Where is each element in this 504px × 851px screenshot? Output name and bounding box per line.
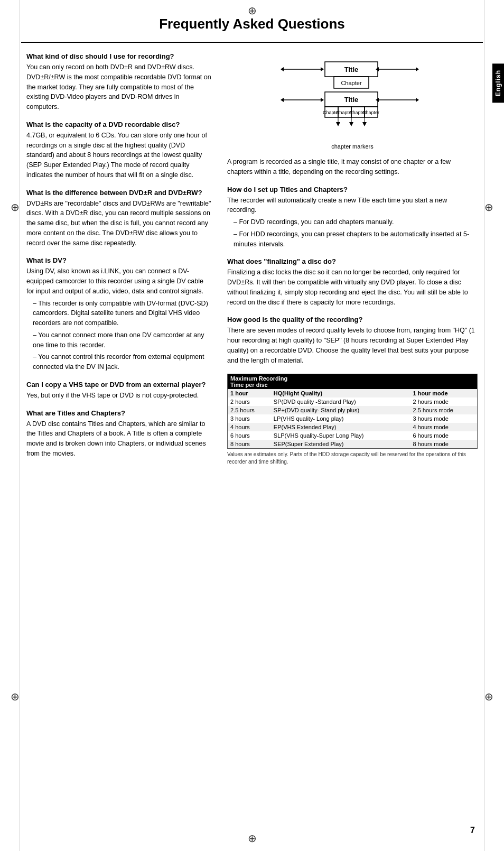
section-difference-heading: What is the difference between DVD±R and…: [26, 189, 212, 197]
svg-marker-29: [336, 122, 340, 126]
table-row: 2 hoursSP(DVD quality -Standard Play)2 h…: [228, 397, 478, 406]
page-container: ⊕ ⊕ ⊕ ⊕ ⊕ ⊕ English Frequently Asked Que…: [0, 0, 504, 851]
svg-marker-7: [416, 67, 419, 71]
section-disc-type-body: You can only record on both DVD±R and DV…: [26, 62, 212, 112]
svg-text:Title: Title: [344, 66, 359, 73]
table-cell-time: 4 hours: [228, 423, 271, 431]
chapter-markers-label: chapter markers: [331, 143, 373, 150]
program-description-body: A program is recorded as a single title,…: [227, 157, 478, 177]
table-row: 1 hourHQ(Hight Quality)1 hour mode: [228, 389, 478, 397]
svg-text:Chapter: Chapter: [362, 110, 379, 115]
table-cell-quality: SLP(VHS quality-Super Long Play): [271, 431, 410, 440]
svg-text:Chapter: Chapter: [341, 80, 361, 86]
section-titles-chapters-body: A DVD disc contains Titles and Chapters,…: [26, 419, 212, 459]
table-header: Maximum Recording Time per disc: [228, 374, 478, 390]
svg-text:Title: Title: [344, 96, 359, 104]
table-row: 8 hoursSEP(Super Extended Play)8 hours m…: [228, 440, 478, 449]
svg-marker-12: [321, 98, 324, 102]
crosshair-right-lower: ⊕: [484, 690, 493, 703]
crosshair-left-lower: ⊕: [11, 690, 20, 703]
table-cell-time: 8 hours: [228, 440, 271, 449]
table-cell-quality: SP(DVD quality -Standard Play): [271, 397, 410, 406]
left-column: What kind of disc should I use for recor…: [0, 43, 222, 477]
table-row: 2.5 hoursSP+(DVD quality- Stand ply plus…: [228, 406, 478, 414]
table-cell-mode: 8 hours mode: [410, 440, 478, 449]
section-setup-titles-heading: How do I set up Titles and Chapters?: [227, 186, 478, 193]
table-cell-quality: HQ(Hight Quality): [271, 389, 410, 397]
svg-marker-6: [376, 67, 379, 71]
table-cell-time: 2.5 hours: [228, 406, 271, 414]
table-cell-time: 1 hour: [228, 389, 271, 397]
section-program-description: A program is recorded as a single title,…: [227, 157, 478, 177]
table-cell-mode: 2 hours mode: [410, 397, 478, 406]
svg-marker-2: [321, 67, 324, 71]
section-difference: What is the difference between DVD±R and…: [26, 189, 212, 248]
table-cell-mode: 1 hour mode: [410, 389, 478, 397]
svg-marker-17: [416, 98, 419, 102]
table-cell-quality: LP(VHS quality- Long play): [271, 414, 410, 423]
section-disc-type-heading: What kind of disc should I use for recor…: [26, 52, 212, 60]
section-capacity-body: 4.7GB, or equivalent to 6 CDs. You can s…: [26, 131, 212, 180]
svg-marker-31: [362, 122, 367, 126]
section-quality: How good is the quality of the recording…: [227, 316, 478, 365]
table-cell-mode: 3 hours mode: [410, 414, 478, 423]
section-vhs-dvd: Can I copy a VHS tape or DVD from an ext…: [26, 381, 212, 401]
svg-marker-30: [349, 122, 353, 126]
table-cell-time: 6 hours: [228, 431, 271, 440]
table-row: 4 hoursEP(VHS Extended Play)4 hours mode: [228, 423, 478, 431]
table-row: 3 hoursLP(VHS quality- Long play)3 hours…: [228, 414, 478, 423]
table-cell-time: 2 hours: [228, 397, 271, 406]
section-vhs-dvd-body: Yes, but only if the VHS tape or DVD is …: [26, 391, 212, 401]
chapter-diagram: Title Chapter Title: [278, 58, 426, 142]
table-cell-quality: SEP(Super Extended Play): [271, 440, 410, 449]
section-setup-titles-body: The recorder will automatically create a…: [227, 196, 478, 249]
table-cell-mode: 4 hours mode: [410, 423, 478, 431]
section-disc-type: What kind of disc should I use for recor…: [26, 52, 212, 112]
section-finalizing: What does "finalizing" a disc do? Finali…: [227, 257, 478, 307]
section-titles-chapters: What are Titles and Chapters? A DVD disc…: [26, 409, 212, 459]
table-cell-time: 3 hours: [228, 414, 271, 423]
table-cell-mode: 6 hours mode: [410, 431, 478, 440]
section-finalizing-body: Finalizing a disc locks the disc so it c…: [227, 267, 478, 307]
section-dv: What is DV? Using DV, also known as i.LI…: [26, 256, 212, 372]
section-finalizing-heading: What does "finalizing" a disc do?: [227, 257, 478, 265]
recording-table: Maximum Recording Time per disc 1 hourHQ…: [227, 374, 478, 449]
svg-marker-1: [281, 67, 284, 71]
table-cell-quality: EP(VHS Extended Play): [271, 423, 410, 431]
crosshair-bottom: ⊕: [248, 832, 257, 845]
svg-marker-16: [376, 98, 379, 102]
section-dv-heading: What is DV?: [26, 256, 212, 264]
section-quality-heading: How good is the quality of the recording…: [227, 316, 478, 323]
section-difference-body: DVD±Rs are "recordable" discs and DVD±RW…: [26, 199, 212, 248]
table-cell-quality: SP+(DVD quality- Stand ply plus): [271, 406, 410, 414]
table-cell-mode: 2.5 hours mode: [410, 406, 478, 414]
diagram-area: Title Chapter Title: [227, 58, 478, 150]
section-capacity: What is the capacity of a DVD recordable…: [26, 121, 212, 180]
recording-table-container: Maximum Recording Time per disc 1 hourHQ…: [227, 374, 478, 466]
content-area: What kind of disc should I use for recor…: [0, 43, 504, 477]
section-vhs-dvd-heading: Can I copy a VHS tape or DVD from an ext…: [26, 381, 212, 388]
crosshair-top: ⊕: [248, 4, 257, 17]
section-capacity-heading: What is the capacity of a DVD recordable…: [26, 121, 212, 128]
table-note: Values are estimates only. Parts of the …: [227, 451, 478, 466]
table-row: 6 hoursSLP(VHS quality-Super Long Play)6…: [228, 431, 478, 440]
svg-marker-11: [281, 98, 284, 102]
section-setup-titles: How do I set up Titles and Chapters? The…: [227, 186, 478, 249]
section-titles-chapters-heading: What are Titles and Chapters?: [26, 409, 212, 417]
right-column: Title Chapter Title: [222, 43, 504, 477]
section-dv-body: Using DV, also known as i.LINK, you can …: [26, 266, 212, 372]
section-quality-body: There are seven modes of record quality …: [227, 326, 478, 365]
page-number: 7: [470, 826, 475, 835]
